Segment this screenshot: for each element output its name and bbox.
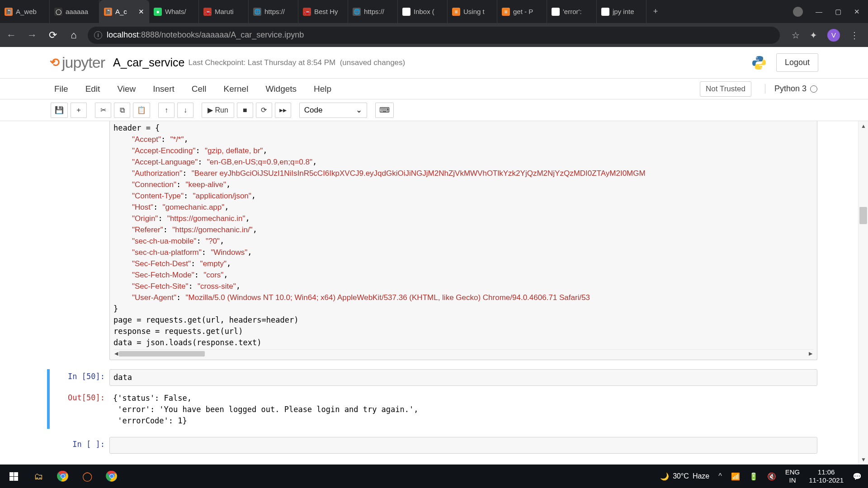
browser-tab[interactable]: Gjpy inte bbox=[597, 0, 646, 23]
menu-insert[interactable]: Insert bbox=[153, 84, 175, 94]
code-cell-empty[interactable]: In [ ]: bbox=[51, 437, 817, 454]
kernel-status-icon bbox=[810, 85, 817, 93]
browser-menu-icon[interactable]: ⋮ bbox=[850, 30, 859, 41]
copy-button[interactable]: ⧉ bbox=[114, 103, 130, 118]
menu-widgets[interactable]: Widgets bbox=[265, 84, 297, 94]
language-indicator[interactable]: ENG IN bbox=[785, 468, 800, 484]
site-info-icon[interactable]: i bbox=[94, 31, 102, 39]
browser-tab[interactable]: 🌐https:// bbox=[249, 0, 298, 23]
menu-kernel[interactable]: Kernel bbox=[223, 84, 248, 94]
scroll-thumb[interactable] bbox=[859, 207, 867, 224]
hscroll-thumb[interactable] bbox=[119, 351, 205, 357]
code-cell[interactable]: header = { "Accept": "*/*", "Accept-Enco… bbox=[51, 121, 817, 360]
browser-tab[interactable]: 🚗Best Hy bbox=[298, 0, 348, 23]
vertical-scrollbar[interactable]: ▲ ▼ bbox=[858, 121, 868, 465]
save-button[interactable]: 💾 bbox=[51, 103, 68, 118]
browser-tab[interactable]: 📓A_web bbox=[0, 0, 50, 23]
taskbar-jupyter-icon[interactable]: ◯ bbox=[80, 469, 95, 484]
command-palette-button[interactable]: ⌨ bbox=[375, 103, 394, 118]
scroll-up-icon[interactable]: ▲ bbox=[861, 123, 866, 129]
input-area[interactable]: header = { "Accept": "*/*", "Accept-Enco… bbox=[109, 121, 817, 360]
move-up-button[interactable]: ↑ bbox=[158, 103, 175, 118]
extensions-icon[interactable]: ✦ bbox=[810, 30, 817, 41]
wifi-icon[interactable]: 📶 bbox=[731, 472, 740, 481]
tab-favicon: 🌐 bbox=[253, 8, 261, 16]
code-cell-selected[interactable]: In [50]: data Out[50]: {'status': False,… bbox=[47, 369, 817, 429]
address-bar[interactable]: i localhost:8888/notebooks/aaaaaa/A_car_… bbox=[88, 27, 780, 44]
user-avatar[interactable]: V bbox=[827, 29, 840, 42]
trust-indicator[interactable]: Not Trusted bbox=[700, 81, 751, 97]
paste-button[interactable]: 📋 bbox=[133, 103, 150, 118]
horizontal-scrollbar[interactable]: ◀ ▶ bbox=[113, 349, 813, 357]
tab-favicon: M bbox=[402, 8, 410, 16]
menu-view[interactable]: View bbox=[117, 84, 136, 94]
input-prompt: In [ ]: bbox=[51, 437, 109, 454]
restart-button[interactable]: ⟳ bbox=[256, 103, 272, 118]
volume-icon[interactable]: 🔇 bbox=[767, 472, 776, 481]
taskbar-chrome-icon[interactable] bbox=[55, 469, 71, 484]
close-window-button[interactable]: ✕ bbox=[854, 8, 860, 16]
code-content[interactable]: header = { "Accept": "*/*", "Accept-Enco… bbox=[113, 122, 813, 348]
tab-title: Maruti bbox=[215, 8, 244, 15]
browser-tab[interactable]: ◯aaaaaa bbox=[50, 0, 99, 23]
code-content[interactable] bbox=[113, 440, 813, 451]
restart-run-all-button[interactable]: ▸▸ bbox=[275, 103, 291, 118]
browser-tab[interactable]: G'error': bbox=[547, 0, 597, 23]
input-area[interactable] bbox=[109, 437, 817, 454]
browser-tab[interactable]: ≡Using t bbox=[448, 0, 497, 23]
forward-button[interactable]: → bbox=[25, 29, 39, 41]
notebook-area[interactable]: ▲ ▼ header = { "Accept": "*/*", "Accept-… bbox=[0, 121, 868, 465]
browser-tab[interactable]: ≡get - P bbox=[497, 0, 547, 23]
notebook-title[interactable]: A_car_service bbox=[113, 56, 184, 69]
code-content[interactable]: data bbox=[113, 372, 813, 383]
bookmark-icon[interactable]: ☆ bbox=[792, 30, 800, 41]
browser-tab[interactable]: ●Whats/ bbox=[149, 0, 199, 23]
add-cell-button[interactable]: + bbox=[71, 103, 87, 118]
input-area[interactable]: data bbox=[109, 369, 817, 386]
browser-tab[interactable]: 📓A_c✕ bbox=[99, 0, 149, 23]
taskbar-chrome2-icon[interactable] bbox=[104, 469, 119, 484]
menu-file[interactable]: File bbox=[54, 84, 68, 94]
browser-tab[interactable]: 🚗Maruti bbox=[199, 0, 249, 23]
scroll-left-icon[interactable]: ◀ bbox=[114, 351, 118, 357]
move-down-button[interactable]: ↓ bbox=[177, 103, 193, 118]
profile-icon[interactable] bbox=[793, 7, 803, 17]
svg-point-7 bbox=[110, 474, 113, 478]
windows-logo-icon bbox=[9, 472, 18, 481]
logout-button[interactable]: Logout bbox=[776, 53, 818, 72]
svg-point-4 bbox=[61, 474, 65, 478]
weather-widget[interactable]: 🌙 30°C Haze bbox=[660, 472, 709, 481]
interrupt-button[interactable]: ■ bbox=[237, 103, 253, 118]
cut-button[interactable]: ✂ bbox=[95, 103, 111, 118]
home-button[interactable]: ⌂ bbox=[67, 29, 80, 41]
new-tab-button[interactable]: + bbox=[646, 0, 665, 23]
kernel-indicator[interactable]: Python 3 bbox=[765, 84, 817, 94]
taskbar-explorer-icon[interactable]: 🗂 bbox=[31, 469, 46, 484]
menu-help[interactable]: Help bbox=[314, 84, 331, 94]
maximize-button[interactable]: ▢ bbox=[835, 8, 841, 16]
run-button[interactable]: ▶ Run bbox=[202, 103, 234, 118]
jupyter-logo[interactable]: ⟲ jupyter bbox=[50, 54, 105, 71]
minimize-button[interactable]: — bbox=[816, 8, 822, 15]
battery-icon[interactable]: 🔋 bbox=[749, 472, 758, 481]
scroll-right-icon[interactable]: ▶ bbox=[809, 351, 812, 357]
tab-title: Inbox ( bbox=[414, 8, 443, 15]
browser-nav-bar: ← → ⟳ ⌂ i localhost:8888/notebooks/aaaaa… bbox=[0, 23, 868, 47]
scroll-down-icon[interactable]: ▼ bbox=[861, 456, 866, 463]
browser-tab[interactable]: 🌐https:// bbox=[348, 0, 398, 23]
start-button[interactable] bbox=[0, 472, 27, 481]
notifications-icon[interactable]: 💬 bbox=[853, 472, 862, 481]
clock[interactable]: 11:06 11-10-2021 bbox=[809, 468, 844, 484]
menu-edit[interactable]: Edit bbox=[85, 84, 100, 94]
tray-chevron-icon[interactable]: ^ bbox=[718, 472, 722, 480]
back-button[interactable]: ← bbox=[5, 29, 18, 41]
celltype-select[interactable]: Code ⌄ bbox=[299, 103, 367, 118]
tab-favicon: 🚗 bbox=[203, 8, 212, 16]
svg-point-1 bbox=[760, 67, 761, 68]
browser-tab[interactable]: MInbox ( bbox=[398, 0, 448, 23]
tab-title: 'error': bbox=[563, 8, 592, 15]
tab-close-icon[interactable]: ✕ bbox=[138, 8, 144, 16]
reload-button[interactable]: ⟳ bbox=[46, 29, 60, 41]
menu-cell[interactable]: Cell bbox=[192, 84, 207, 94]
weather-temp: 30°C bbox=[673, 472, 689, 480]
